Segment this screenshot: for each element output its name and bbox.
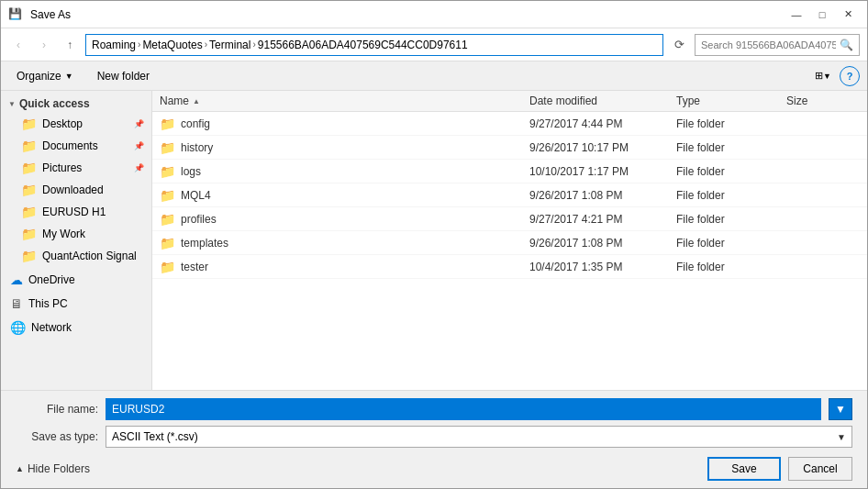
save-as-dialog: 💾 Save As — □ ✕ ‹ › ↑ Roaming › MetaQuot… [0,0,868,489]
sort-arrow-icon: ▲ [193,97,200,106]
folder-icon: 📁 [160,164,175,179]
folder-icon: 📁 [160,188,175,203]
pin-icon: 📌 [134,141,144,150]
column-name[interactable]: Name ▲ [160,94,529,107]
view-button[interactable]: ⊞ ▼ [812,65,834,87]
file-date: 9/26/2017 1:08 PM [529,237,676,250]
folder-blue-icon: 📁 [21,139,37,153]
sidebar-item-my-work-label: My Work [42,228,85,240]
folder-yellow-icon: 📁 [21,205,37,219]
file-name: config [181,117,210,130]
search-box[interactable]: 🔍 [695,34,860,56]
title-bar-controls: — □ ✕ [785,6,860,24]
back-button[interactable]: ‹ [8,35,28,55]
file-name-row: File name: ▼ [16,398,852,420]
table-row[interactable]: 📁config 9/27/2017 4:44 PM File folder [152,112,867,136]
sidebar-item-network-label: Network [31,321,72,334]
file-name: history [181,141,213,154]
table-row[interactable]: 📁logs 10/10/2017 1:17 PM File folder [152,160,867,183]
refresh-button[interactable]: ⟳ [669,35,689,55]
path-segment-1: Roaming [92,39,136,51]
sidebar-item-documents[interactable]: 📁 Documents 📌 [1,135,151,157]
sidebar-item-eurusd-h1[interactable]: 📁 EURUSD H1 [1,201,151,223]
minimize-button[interactable]: — [785,6,808,24]
file-date: 9/26/2017 1:08 PM [529,189,676,202]
column-date[interactable]: Date modified [529,94,676,107]
column-size[interactable]: Size [786,94,860,107]
title-bar: 💾 Save As — □ ✕ [1,1,867,28]
quick-access-label: Quick access [19,97,90,110]
file-date: 9/26/2017 10:17 PM [529,141,676,154]
file-list-header: Name ▲ Date modified Type Size [152,91,867,112]
organize-chevron-icon: ▼ [65,72,73,81]
hide-folders-label: Hide Folders [28,462,90,475]
sidebar-item-network[interactable]: 🌐 Network [1,317,151,339]
sidebar-item-quantaction[interactable]: 📁 QuantAction Signal [1,245,151,267]
search-icon: 🔍 [840,39,853,51]
sidebar-item-downloaded[interactable]: 📁 Downloaded [1,179,151,201]
help-button[interactable]: ? [840,66,860,86]
folder-icon: 📁 [160,260,175,274]
action-row: ▲ Hide Folders Save Cancel [16,453,852,481]
sidebar-item-thispc-label: This PC [28,297,68,310]
sidebar-item-pictures[interactable]: 📁 Pictures 📌 [1,157,151,179]
save-as-type-dropdown-icon: ▼ [837,432,846,442]
sidebar-item-onedrive[interactable]: ☁ OneDrive [1,269,151,291]
file-type: File folder [676,237,786,250]
address-path[interactable]: Roaming › MetaQuotes › Terminal › 915566… [85,34,663,56]
folder-icon: 📁 [160,140,175,155]
hide-folders-button[interactable]: ▲ Hide Folders [16,462,90,475]
cancel-button[interactable]: Cancel [788,457,852,481]
dialog-icon: 💾 [8,7,23,22]
onedrive-icon: ☁ [10,272,23,287]
new-folder-button[interactable]: New folder [89,65,158,87]
folder-icon: 📁 [160,117,175,131]
cancel-button-label: Cancel [803,462,837,475]
column-type-label: Type [676,94,700,107]
sidebar-item-desktop[interactable]: 📁 Desktop 📌 [1,113,151,135]
file-name: tester [181,261,208,273]
save-as-type-label: Save as type: [16,430,98,443]
table-row[interactable]: 📁templates 9/26/2017 1:08 PM File folder [152,231,867,255]
file-type: File folder [676,189,786,202]
table-row[interactable]: 📁tester 10/4/2017 1:35 PM File folder [152,255,867,279]
sidebar: ▼ Quick access 📁 Desktop 📌 📁 Documents 📌… [1,91,152,390]
filename-dropdown-icon: ▼ [829,398,852,420]
maximize-button[interactable]: □ [810,6,834,24]
sidebar-item-desktop-label: Desktop [42,117,83,130]
forward-button[interactable]: › [34,35,54,55]
pin-icon: 📌 [134,119,144,128]
organize-button[interactable]: Organize ▼ [8,65,82,87]
view-icon: ⊞ [815,70,823,82]
path-sep-1: › [138,39,140,50]
view-chevron-icon: ▼ [823,72,831,81]
close-button[interactable]: ✕ [836,6,860,24]
file-date: 10/10/2017 1:17 PM [529,165,676,178]
sidebar-item-my-work[interactable]: 📁 My Work [1,223,151,245]
path-sep-3: › [252,39,255,50]
folder-blue-icon: 📁 [21,117,37,131]
column-size-label: Size [786,94,807,107]
table-row[interactable]: 📁profiles 9/27/2017 4:21 PM File folder [152,207,867,231]
sidebar-item-thispc[interactable]: 🖥 This PC [1,293,151,315]
table-row[interactable]: 📁history 9/26/2017 10:17 PM File folder [152,136,867,160]
path-sep-2: › [205,39,207,50]
title-bar-left: 💾 Save As [8,7,71,22]
file-name-label: File name: [16,403,98,416]
sidebar-item-pictures-label: Pictures [42,161,82,174]
network-section: 🌐 Network [1,317,151,339]
column-type[interactable]: Type [676,94,786,107]
quick-access-header[interactable]: ▼ Quick access [1,94,151,113]
search-input[interactable] [701,39,836,50]
dialog-title: Save As [30,8,71,21]
file-type: File folder [676,141,786,154]
save-button[interactable]: Save [707,457,781,481]
pin-icon: 📌 [134,163,144,172]
new-folder-label: New folder [97,70,150,83]
file-name: profiles [181,213,217,226]
up-button[interactable]: ↑ [60,35,80,55]
save-as-type-select[interactable]: ASCII Text (*.csv) ▼ [106,426,852,448]
file-name-input[interactable] [106,398,821,420]
table-row[interactable]: 📁MQL4 9/26/2017 1:08 PM File folder [152,183,867,207]
file-type: File folder [676,213,786,226]
